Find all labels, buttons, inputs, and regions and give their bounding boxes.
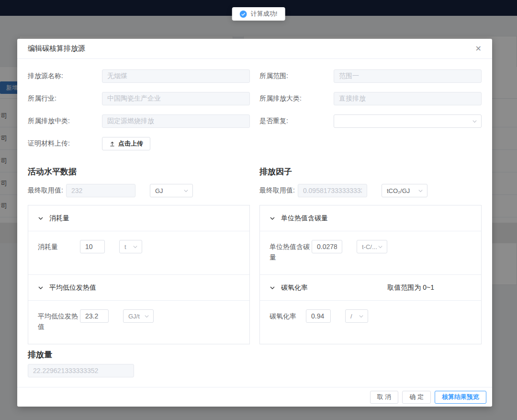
activity-section: 活动水平数据 最终取用值: GJ (28, 166, 250, 344)
factor-final-row: 最终取用值: tCO₂/GJ (259, 184, 482, 197)
factor-section: 排放因子 最终取用值: tCO₂/GJ (259, 166, 482, 344)
activity-title: 活动水平数据 (28, 166, 250, 177)
field-upload: 证明材料上传: 点击上传 (28, 137, 250, 150)
middle-category-input (102, 114, 250, 128)
is-duplicate-select[interactable] (334, 114, 482, 128)
consumption-panel-body: 消耗量 t (28, 231, 249, 274)
oxidation-range-note: 取值范围为 0~1 (387, 284, 434, 292)
oxidation-rate-unit-select[interactable]: / (345, 309, 368, 323)
field-industry: 所属行业: (28, 92, 250, 105)
carbon-content-field-label: 单位热值含碳量 (270, 240, 312, 263)
heat-value-input[interactable] (80, 309, 109, 323)
emission-value-input (28, 364, 134, 377)
chevron-down-icon (418, 188, 423, 193)
spacer (259, 137, 482, 150)
field-major-category: 所属排放大类: (259, 92, 482, 105)
emission-title: 排放量 (28, 349, 482, 360)
close-icon[interactable]: ✕ (475, 45, 482, 53)
confirm-button[interactable]: 确 定 (402, 391, 431, 404)
consumption-panel-header[interactable]: 消耗量 (28, 205, 249, 231)
upload-icon (109, 141, 115, 147)
success-check-icon (240, 11, 247, 18)
collapse-chevron-icon (270, 285, 275, 291)
heat-value-panel-header[interactable]: 平均低位发热值 (28, 275, 249, 301)
chevron-down-icon (183, 188, 189, 193)
emission-section: 排放量 (28, 349, 482, 377)
preview-result-button[interactable]: 核算结果预览 (435, 391, 486, 404)
cancel-button[interactable]: 取 消 (370, 391, 399, 404)
heat-value-panel-body: 平均低位发热值 GJ/t (28, 301, 249, 344)
activity-collapse-box: 消耗量 消耗量 t (28, 205, 250, 344)
chevron-down-icon (378, 244, 383, 250)
factor-unit-select[interactable]: tCO₂/GJ (382, 184, 427, 197)
dialog-body: 排放源名称: 所属范围: 所属行业: 所属排放大类: 所属排放中类: 是否重复: (17, 59, 492, 377)
carbon-content-panel-header[interactable]: 单位热值含碳量 (260, 205, 481, 231)
major-category-input (334, 92, 482, 105)
oxidation-rate-panel: 碳氧化率 取值范围为 0~1 碳氧化率 / (260, 274, 481, 344)
sections-grid: 活动水平数据 最终取用值: GJ (28, 166, 482, 344)
consumption-unit-select[interactable]: t (119, 240, 142, 253)
chevron-down-icon (144, 314, 149, 319)
collapse-chevron-icon (270, 216, 275, 221)
form-grid: 排放源名称: 所属范围: 所属行业: 所属排放大类: 所属排放中类: 是否重复: (28, 69, 482, 159)
field-middle-category: 所属排放中类: (28, 114, 250, 128)
is-duplicate-label: 是否重复: (259, 117, 334, 125)
oxidation-rate-panel-header[interactable]: 碳氧化率 取值范围为 0~1 (260, 275, 481, 301)
factor-collapse-box: 单位热值含碳量 单位热值含碳量 t-C/... (259, 205, 482, 344)
carbon-content-input[interactable] (312, 240, 342, 253)
factor-final-input (298, 184, 367, 197)
dialog-header: 编辑碳核算排放源 ✕ (17, 39, 492, 59)
activity-unit-select[interactable]: GJ (150, 184, 193, 197)
middle-category-label: 所属排放中类: (28, 117, 102, 125)
collapse-chevron-icon (38, 285, 44, 291)
heat-value-field-label: 平均低位发热值 (38, 309, 80, 332)
dialog-title: 编辑碳核算排放源 (28, 44, 85, 53)
factor-title: 排放因子 (259, 166, 482, 177)
field-scope: 所属范围: (259, 69, 482, 83)
activity-final-label: 最终取用值: (28, 186, 63, 195)
oxidation-rate-field-label: 碳氧化率 (270, 309, 306, 321)
carbon-content-panel: 单位热值含碳量 单位热值含碳量 t-C/... (260, 205, 481, 274)
source-name-label: 排放源名称: (28, 72, 102, 80)
collapse-chevron-icon (38, 216, 44, 221)
upload-label: 证明材料上传: (28, 139, 102, 148)
heat-value-panel: 平均低位发热值 平均低位发热值 GJ/t (28, 274, 249, 344)
factor-final-label: 最终取用值: (259, 186, 295, 195)
oxidation-rate-input[interactable] (306, 309, 331, 323)
chevron-down-icon (472, 119, 477, 124)
toast-message: 计算成功! (251, 10, 278, 18)
consumption-panel: 消耗量 消耗量 t (28, 205, 249, 274)
consumption-field-label: 消耗量 (38, 240, 80, 252)
consumption-input[interactable] (80, 240, 105, 253)
edit-emission-source-dialog: 编辑碳核算排放源 ✕ 排放源名称: 所属范围: 所属行业: 所属排放大类: 所属 (17, 39, 492, 407)
upload-button[interactable]: 点击上传 (102, 137, 150, 150)
chevron-down-icon (359, 314, 364, 319)
chevron-down-icon (133, 244, 138, 250)
field-source-name: 排放源名称: (28, 69, 250, 83)
scope-label: 所属范围: (259, 72, 334, 80)
activity-final-input (66, 184, 135, 197)
field-is-duplicate: 是否重复: (259, 114, 482, 128)
activity-final-row: 最终取用值: GJ (28, 184, 250, 197)
toast-success: 计算成功! (232, 7, 285, 21)
dialog-footer: 取 消 确 定 核算结果预览 (17, 387, 492, 407)
scope-input (334, 69, 482, 83)
major-category-label: 所属排放大类: (259, 94, 334, 103)
oxidation-rate-panel-body: 碳氧化率 / (260, 301, 481, 344)
industry-label: 所属行业: (28, 94, 102, 103)
heat-value-unit-select[interactable]: GJ/t (123, 309, 154, 323)
source-name-input (102, 69, 250, 83)
carbon-content-panel-body: 单位热值含碳量 t-C/... (260, 231, 481, 274)
industry-input (102, 92, 250, 105)
carbon-content-unit-select[interactable]: t-C/... (357, 240, 387, 253)
